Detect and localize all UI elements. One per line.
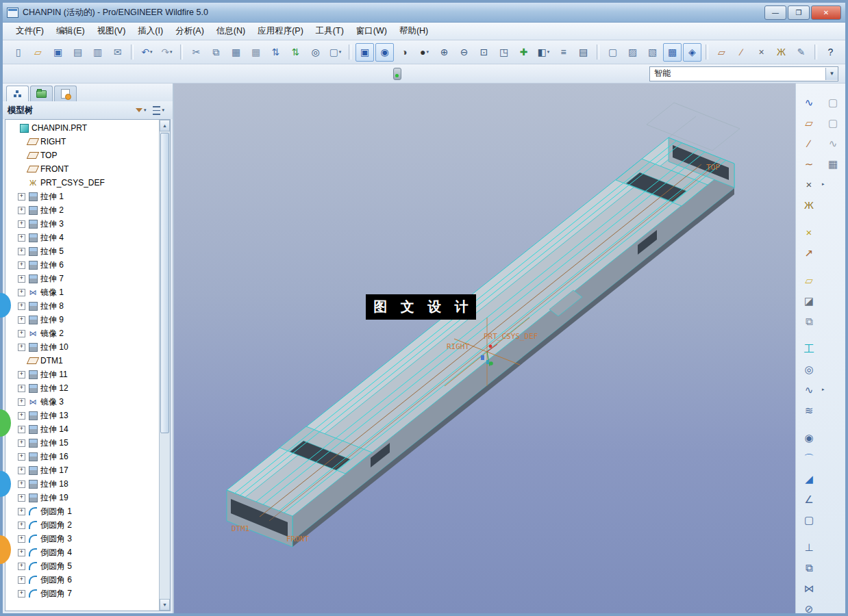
- point-tool-button[interactable]: ×: [799, 222, 819, 242]
- view-manager-button[interactable]: ▤: [574, 43, 593, 62]
- tree-item[interactable]: +⋈镜像 1: [5, 285, 159, 299]
- orient-mode-button[interactable]: ◧▾: [534, 43, 553, 62]
- redo-button[interactable]: ↷▾: [158, 43, 176, 62]
- new-file-button[interactable]: ▯: [9, 43, 27, 62]
- tree-item[interactable]: +拉伸 15: [5, 436, 159, 450]
- datum-point-toggle[interactable]: ×: [752, 43, 771, 62]
- annotation-feature-button[interactable]: ◪: [799, 291, 819, 310]
- chevron-down-icon[interactable]: ▼: [825, 68, 838, 80]
- sweep-tool-button[interactable]: ∿▸: [799, 380, 819, 399]
- expand-toggle-icon[interactable]: +: [18, 261, 25, 269]
- maximize-button[interactable]: ❐: [788, 5, 810, 20]
- expand-toggle-icon[interactable]: +: [18, 439, 25, 447]
- tree-item[interactable]: +拉伸 10: [5, 340, 159, 354]
- regenerate-button[interactable]: ⇅: [266, 43, 285, 62]
- expand-toggle-icon[interactable]: +: [18, 193, 25, 201]
- expand-toggle-icon[interactable]: +: [18, 480, 25, 488]
- aux-tool-2-button[interactable]: ▢: [823, 113, 843, 132]
- tree-item[interactable]: CHANPIN.PRT: [5, 121, 159, 135]
- print-setup-button[interactable]: ▥: [88, 43, 107, 62]
- datum-curve-tool-button[interactable]: ∼: [799, 154, 819, 173]
- tree-item[interactable]: DTM1: [5, 354, 159, 368]
- tree-item[interactable]: +倒圆角 4: [5, 546, 159, 559]
- pattern-tool-button[interactable]: ⧉: [799, 558, 819, 577]
- tree-item[interactable]: +拉伸 7: [5, 272, 159, 285]
- smart-pick-button[interactable]: ◉: [375, 43, 394, 62]
- wireframe-button[interactable]: ▢: [603, 43, 622, 62]
- round-tool-button[interactable]: ⌒: [799, 448, 819, 467]
- scrollbar-track[interactable]: [160, 131, 170, 599]
- expand-toggle-icon[interactable]: +: [18, 590, 25, 598]
- expand-toggle-icon[interactable]: +: [18, 234, 25, 242]
- print-button[interactable]: ▤: [68, 43, 87, 62]
- expand-toggle-icon[interactable]: +: [18, 385, 25, 392]
- undo-button[interactable]: ↶▾: [138, 43, 156, 62]
- open-file-button[interactable]: ▱: [29, 43, 47, 62]
- sketch-tool-button[interactable]: ∿: [799, 92, 819, 112]
- repaint-button[interactable]: ◳: [495, 43, 513, 62]
- expand-toggle-icon[interactable]: +: [18, 549, 25, 556]
- tree-item[interactable]: +拉伸 1: [5, 190, 159, 203]
- expand-toggle-icon[interactable]: +: [18, 426, 25, 433]
- graphics-viewport[interactable]: TOP PRT_CSYS_DEF RIGHT DTM1 FRONT 图 文 设 …: [174, 84, 795, 613]
- minimize-button[interactable]: —: [764, 5, 786, 20]
- menu-item[interactable]: 文件(F): [10, 23, 50, 39]
- tree-filter-button[interactable]: ▾: [132, 105, 150, 115]
- zoom-in-button[interactable]: ⊕: [435, 43, 453, 62]
- saved-orient-button[interactable]: ◈: [683, 43, 701, 62]
- flyout-arrow-icon[interactable]: ▸: [822, 387, 825, 392]
- expand-toggle-icon[interactable]: +: [18, 248, 25, 255]
- tree-item[interactable]: +⋈镜像 2: [5, 326, 159, 340]
- send-mail-button[interactable]: ✉: [108, 43, 127, 62]
- expand-toggle-icon[interactable]: +: [18, 207, 25, 214]
- expand-toggle-icon[interactable]: +: [18, 535, 25, 543]
- offset-csys-tool-button[interactable]: ↗: [799, 243, 819, 262]
- expand-toggle-icon[interactable]: +: [18, 576, 25, 584]
- copy-button[interactable]: ⧉: [207, 43, 225, 62]
- no-hidden-button[interactable]: ▧: [643, 43, 662, 62]
- extrude-tool-button[interactable]: 工: [799, 339, 819, 358]
- annotation-display-toggle[interactable]: ✎: [792, 43, 810, 62]
- selection-filter-combo[interactable]: 智能 ▼: [649, 66, 838, 81]
- menu-item[interactable]: 插入(I): [132, 23, 169, 39]
- expand-toggle-icon[interactable]: +: [18, 344, 25, 351]
- datum-point-tool-button[interactable]: ×▸: [799, 175, 819, 194]
- aux-grid-button[interactable]: ▦: [823, 154, 843, 173]
- tree-item[interactable]: ЖPRT_CSYS_DEF: [5, 176, 159, 190]
- tree-item[interactable]: +拉伸 12: [5, 381, 159, 395]
- expand-toggle-icon[interactable]: +: [18, 412, 25, 420]
- expand-toggle-icon[interactable]: +: [18, 275, 25, 283]
- tree-item[interactable]: RIGHT: [5, 135, 159, 149]
- tree-item[interactable]: +拉伸 18: [5, 477, 159, 491]
- tree-item[interactable]: +拉伸 14: [5, 422, 159, 436]
- layers-button[interactable]: ≡: [554, 43, 573, 62]
- tree-columns-button[interactable]: ▾: [149, 104, 168, 117]
- find-button[interactable]: ◎: [306, 43, 325, 62]
- tree-item[interactable]: +拉伸 4: [5, 231, 159, 244]
- expand-toggle-icon[interactable]: +: [18, 289, 25, 296]
- blend-tool-button[interactable]: ≋: [799, 400, 819, 420]
- menu-item[interactable]: 编辑(E): [50, 23, 91, 39]
- tree-scrollbar[interactable]: ▲ ▼: [159, 120, 170, 611]
- tree-item[interactable]: +拉伸 6: [5, 258, 159, 272]
- expand-toggle-icon[interactable]: +: [18, 316, 25, 324]
- tree-item[interactable]: +拉伸 11: [5, 368, 159, 381]
- tree-item[interactable]: +倒圆角 1: [5, 504, 159, 518]
- tab-folder-browser[interactable]: [30, 86, 53, 101]
- sketched-curve-tool-button[interactable]: ▱: [799, 270, 819, 290]
- scroll-down-icon[interactable]: ▼: [160, 599, 170, 611]
- tree-item[interactable]: +倒圆角 2: [5, 518, 159, 532]
- tree-item[interactable]: +倒圆角 7: [5, 587, 159, 600]
- tree-item[interactable]: +拉伸 19: [5, 491, 159, 504]
- shade-ball-button[interactable]: ●▾: [415, 43, 434, 62]
- update-button[interactable]: ⇅: [286, 43, 305, 62]
- datum-axis-toggle[interactable]: ∕: [732, 43, 751, 62]
- rib-tool-button[interactable]: ⊥: [799, 537, 819, 556]
- expand-toggle-icon[interactable]: +: [18, 494, 25, 502]
- spin-center-button[interactable]: ✚: [514, 43, 533, 62]
- expand-toggle-icon[interactable]: +: [18, 330, 25, 337]
- tree-item[interactable]: +倒圆角 6: [5, 573, 159, 587]
- trim-tool-button[interactable]: ⊘: [799, 599, 819, 616]
- tree-item[interactable]: +拉伸 16: [5, 450, 159, 463]
- expand-toggle-icon[interactable]: +: [18, 398, 25, 406]
